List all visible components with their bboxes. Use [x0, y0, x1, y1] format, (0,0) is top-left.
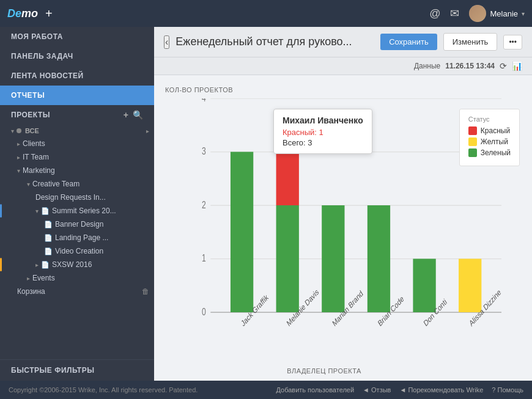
tree-label-events: Events [32, 274, 149, 282]
quick-filters[interactable]: БЫСТРЫЕ ФИЛЬТРЫ [0, 359, 154, 381]
tree-label-it-team: IT Team [23, 153, 149, 161]
refresh-icon[interactable]: ⟳ [500, 61, 507, 71]
main-layout: МОЯ РАБОТА ПАНЕЛЬ ЗАДАЧ ЛЕНТА НОВОСТЕЙ О… [0, 27, 532, 381]
chevron-all: ▾ [11, 128, 14, 134]
sidebar-item-my-work[interactable]: МОЯ РАБОТА [0, 27, 154, 46]
tree-item-banner-design[interactable]: 📄 Banner Design [0, 218, 154, 231]
chart-y-label: КОЛ-ВО ПРОЕКТОВ [165, 86, 233, 93]
add-project-icon[interactable]: + [124, 110, 129, 120]
tree-label-sxsw: SXSW 2016 [52, 260, 149, 269]
file-icon-sxsw: 📄 [41, 261, 50, 269]
svg-rect-13 [276, 152, 299, 206]
data-date: 11.26.15 13:44 [445, 62, 495, 70]
avatar [469, 5, 486, 22]
more-button[interactable]: ••• [503, 35, 522, 49]
tree-label-landing-page: Landing Page ... [55, 233, 149, 242]
tooltip-red: Красный: 1 [283, 128, 363, 137]
chevron-sxsw: ▸ [35, 262, 39, 268]
file-icon-banner: 📄 [44, 221, 53, 229]
tree-item-design-requests[interactable]: Design Requests In... [0, 191, 154, 204]
trash-icon: 🗑 [142, 287, 149, 296]
project-tree: ▾ ВСЕ ▸ ▸ Clients ▸ IT Team ▾ Marketing [0, 125, 154, 301]
legend-item-green: Зеленый [468, 148, 511, 157]
projects-section-header: ПРОЕКТЫ + 🔍 [0, 105, 154, 125]
legend-item-red: Красный [468, 126, 511, 135]
dot-all [17, 128, 21, 133]
add-button[interactable]: + [45, 7, 53, 21]
tree-item-video-creation[interactable]: 📄 Video Creation [0, 244, 154, 258]
user-dropdown-icon[interactable]: ▾ [522, 10, 525, 17]
tree-label-clients: Clients [23, 139, 149, 148]
tree-label-banner-design: Banner Design [55, 220, 149, 229]
tree-item-all[interactable]: ▾ ВСЕ ▸ [0, 125, 154, 137]
add-users-link[interactable]: Добавить пользователей [276, 386, 354, 394]
tree-label-design-requests: Design Requests In... [35, 193, 149, 202]
chevron-events: ▸ [27, 275, 30, 282]
edit-button[interactable]: Изменить [443, 33, 498, 51]
svg-rect-16 [413, 259, 435, 313]
tree-label-all: ВСЕ [25, 127, 146, 134]
report-header: ‹ Еженедельный отчет для руково... Сохра… [154, 27, 532, 57]
tree-item-landing-page[interactable]: 📄 Landing Page ... [0, 231, 154, 244]
tree-item-trash[interactable]: Корзина 🗑 [0, 285, 154, 298]
tree-item-sxsw-2016[interactable]: ▸ 📄 SXSW 2016 [0, 258, 154, 271]
recommend-icon: ◄ [399, 386, 406, 394]
projects-label: ПРОЕКТЫ [11, 111, 50, 119]
inbox-icon[interactable]: ✉ [450, 7, 459, 20]
recommend-link[interactable]: ◄ Порекомендовать Wrike [399, 386, 483, 394]
tree-item-marketing[interactable]: ▾ Marketing [0, 164, 154, 177]
svg-text:1: 1 [202, 253, 206, 264]
sidebar-item-reports[interactable]: ОТЧЕТЫ [0, 86, 154, 105]
chart-x-label: ВЛАДЕЛЕЦ ПРОЕКТА [287, 367, 361, 375]
at-icon[interactable]: @ [429, 7, 440, 20]
file-icon-summit: 📄 [41, 207, 50, 215]
tree-item-summit-series[interactable]: ▾ 📄 Summit Series 20... [0, 204, 154, 218]
back-button[interactable]: ‹ [164, 35, 169, 49]
svg-text:4: 4 [202, 98, 206, 103]
svg-text:0: 0 [202, 306, 206, 317]
chart-tooltip: Михаил Иванченко Красный: 1 Всего: 3 [273, 109, 372, 154]
chevron-creative-team: ▾ [27, 181, 30, 188]
tree-label-creative-team: Creative Team [32, 180, 149, 188]
tree-item-clients[interactable]: ▸ Clients [0, 137, 154, 150]
legend-color-green [468, 148, 477, 157]
help-icon: ? [492, 386, 495, 394]
main-content: ‹ Еженедельный отчет для руково... Сохра… [154, 27, 532, 381]
tree-label-trash: Корзина [17, 287, 142, 296]
chevron-right-all: ▸ [146, 128, 149, 134]
topbar-right: @ ✉ Melanie ▾ [429, 5, 525, 22]
projects-header-icons: + 🔍 [124, 110, 143, 120]
legend-label-green: Зеленый [481, 148, 511, 157]
footer-right: Добавить пользователей ◄ Отзыв ◄ Пореком… [276, 386, 523, 394]
tooltip-name: Михаил Иванченко [283, 115, 363, 125]
sidebar-item-task-panel[interactable]: ПАНЕЛЬ ЗАДАЧ [0, 46, 154, 66]
svg-rect-17 [459, 259, 481, 313]
sidebar-item-news-feed[interactable]: ЛЕНТА НОВОСТЕЙ [0, 66, 154, 86]
chevron-marketing: ▾ [17, 167, 20, 174]
report-title: Еженедельный отчет для руково... [175, 35, 374, 48]
user-area[interactable]: Melanie ▾ [469, 5, 525, 22]
file-icon-landing: 📄 [44, 234, 53, 242]
data-bar: Данные 11.26.15 13:44 ⟳ 📊 [154, 57, 532, 75]
feedback-link[interactable]: ◄ Отзыв [363, 386, 391, 394]
help-link[interactable]: ? Помощь [492, 386, 523, 394]
legend-label-red: Красный [481, 126, 510, 135]
tree-label-summit-series: Summit Series 20... [52, 207, 149, 215]
legend-color-red [468, 126, 477, 135]
tree-item-it-team[interactable]: ▸ IT Team [0, 150, 154, 164]
sidebar: МОЯ РАБОТА ПАНЕЛЬ ЗАДАЧ ЛЕНТА НОВОСТЕЙ О… [0, 27, 154, 381]
save-button[interactable]: Сохранить [380, 34, 437, 50]
chevron-clients: ▸ [17, 141, 20, 147]
legend-color-yellow [468, 137, 477, 146]
legend-label-yellow: Желтый [481, 137, 508, 146]
tree-label-video-creation: Video Creation [55, 247, 149, 255]
search-icon[interactable]: 🔍 [133, 110, 144, 120]
tree-item-creative-team[interactable]: ▾ Creative Team [0, 177, 154, 191]
orange-bar-sxsw [0, 258, 2, 271]
footer-copyright: Copyright ©2006-2015 Wrike, Inc. All rig… [9, 386, 198, 394]
tree-item-events[interactable]: ▸ Events [0, 271, 154, 285]
chart-toggle-icon[interactable]: 📊 [512, 61, 522, 71]
topbar-left: Demo + [7, 7, 53, 21]
svg-text:2: 2 [202, 199, 206, 210]
data-label: Данные [414, 62, 440, 70]
